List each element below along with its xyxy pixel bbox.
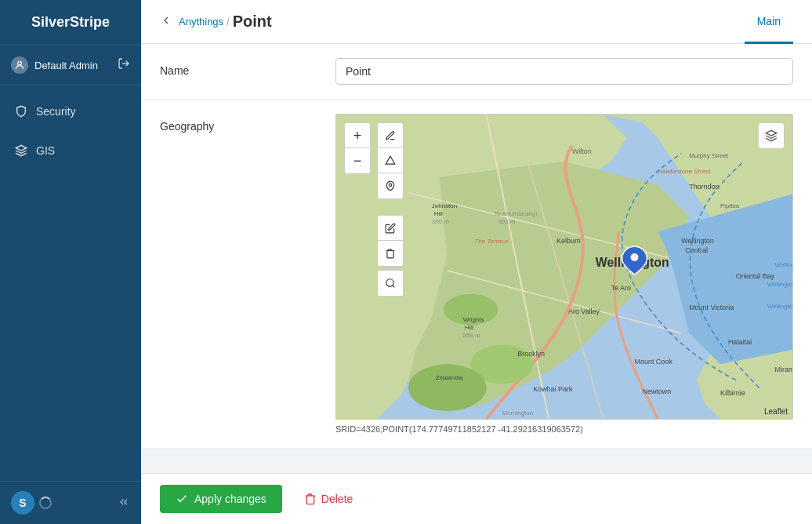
svg-text:Te Aro: Te Aro xyxy=(611,284,631,292)
edit-button[interactable] xyxy=(378,216,403,241)
map-background: Wilton Murphy Street Hawkestone Street T… xyxy=(336,115,792,419)
back-icon[interactable] xyxy=(160,14,172,30)
geography-field-row: Geography xyxy=(141,100,812,449)
name-input[interactable] xyxy=(335,58,793,85)
sidebar-bottom: S xyxy=(0,481,141,524)
name-field-wrapper xyxy=(335,58,793,85)
draw-marker-button[interactable] xyxy=(378,173,403,198)
logout-icon[interactable] xyxy=(118,57,130,73)
map-layers-button[interactable] xyxy=(758,122,785,149)
map-coordinates: SRID=4326;POINT(174.77749711852127 -41.2… xyxy=(335,424,793,434)
main-content: Anythings / Point Main Name Geography xyxy=(141,0,812,524)
svg-text:Wellington: Wellington xyxy=(681,237,714,245)
map-container[interactable]: Wilton Murphy Street Hawkestone Street T… xyxy=(335,114,793,420)
sidebar-item-gis-label: GIS xyxy=(36,144,55,157)
svg-marker-56 xyxy=(766,130,776,136)
svg-marker-2 xyxy=(16,145,26,151)
svg-text:Welli: Welli xyxy=(596,256,625,269)
svg-text:Kelburn: Kelburn xyxy=(556,237,581,245)
svg-text:Hill: Hill xyxy=(434,210,443,217)
svg-text:Mount Victoria: Mount Victoria xyxy=(689,304,734,311)
svg-text:Central: Central xyxy=(685,246,708,254)
svg-text:303 m: 303 m xyxy=(498,218,515,225)
svg-text:358 m: 358 m xyxy=(463,332,480,339)
svg-text:Brooklyn: Brooklyn xyxy=(517,350,545,358)
svg-text:Wellington - Picton (Interi...: Wellington - Picton (Interi... xyxy=(775,261,792,268)
svg-text:Oriental Bay: Oriental Bay xyxy=(736,272,775,280)
svg-text:Kowhai Park: Kowhai Park xyxy=(533,385,573,393)
leaflet-attribution[interactable]: Leaflet xyxy=(764,407,788,416)
apply-changes-button[interactable]: Apply changes xyxy=(160,485,282,513)
collapse-icon[interactable] xyxy=(118,496,130,511)
geography-field-wrapper: Wilton Murphy Street Hawkestone Street T… xyxy=(335,114,793,434)
svg-text:Pipitea: Pipitea xyxy=(720,202,740,209)
app-logo: SilverStripe xyxy=(0,0,141,45)
user-name: Default Admin xyxy=(34,60,98,71)
layers-icon xyxy=(14,144,28,158)
geography-label: Geography xyxy=(160,114,317,133)
map-search-control xyxy=(377,270,404,297)
zoom-out-button[interactable]: − xyxy=(345,148,370,173)
svg-text:Hawkestone Street: Hawkestone Street xyxy=(658,168,711,175)
svg-text:Johnston: Johnston xyxy=(432,202,457,209)
draw-polygon-button[interactable] xyxy=(378,148,403,173)
svg-point-54 xyxy=(386,279,393,286)
svg-text:Zealandia: Zealandia xyxy=(436,374,463,381)
zoom-in-button[interactable]: + xyxy=(345,123,370,148)
breadcrumb-separator: / xyxy=(227,16,230,27)
svg-text:Wellington Harbour Ferry: Wellington Harbour Ferry xyxy=(767,303,792,310)
ss-logo-button[interactable]: S xyxy=(11,491,34,515)
sidebar-item-security[interactable]: Security xyxy=(0,92,141,131)
sidebar-item-security-label: Security xyxy=(36,105,76,118)
svg-point-14 xyxy=(408,364,486,411)
page-footer: Apply changes Delete xyxy=(141,473,812,524)
svg-point-53 xyxy=(389,184,392,187)
loading-spinner xyxy=(39,497,52,509)
form-content: Name Geography xyxy=(141,44,812,449)
map-edit-controls xyxy=(377,215,404,267)
svg-text:Mornington: Mornington xyxy=(502,409,533,417)
delete-icon xyxy=(304,493,317,505)
breadcrumb: Anythings / Point xyxy=(160,13,272,31)
user-menu[interactable]: Default Admin xyxy=(0,45,141,86)
svg-line-55 xyxy=(393,286,395,288)
svg-text:360 m: 360 m xyxy=(432,218,449,225)
draw-line-button[interactable] xyxy=(378,123,403,148)
map-draw-controls xyxy=(377,122,404,199)
user-info: Default Admin xyxy=(11,56,98,74)
sidebar-nav: Security GIS xyxy=(0,86,141,481)
page-title: Point xyxy=(233,13,272,31)
form-area: Name Geography xyxy=(141,44,812,473)
svg-text:Kilbirnie: Kilbirnie xyxy=(720,389,745,397)
tab-main[interactable]: Main xyxy=(745,1,793,44)
name-label: Name xyxy=(160,58,317,77)
map-zoom-controls: + − xyxy=(344,122,371,174)
svg-point-0 xyxy=(18,61,22,65)
svg-text:Wellington - Picton (Blueridge: Wellington - Picton (Blueridge)... xyxy=(767,281,792,288)
svg-text:The Terrace: The Terrace xyxy=(475,238,509,245)
user-avatar xyxy=(11,56,28,74)
name-field-row: Name xyxy=(141,44,812,100)
map-search-button[interactable] xyxy=(378,271,403,296)
header-tabs: Main xyxy=(745,0,793,43)
delete-button[interactable]: Delete xyxy=(292,485,365,513)
svg-text:Miramar: Miramar xyxy=(775,366,792,373)
delete-shape-button[interactable] xyxy=(378,241,403,266)
svg-text:Newtown: Newtown xyxy=(642,388,671,395)
svg-text:Aro Valley: Aro Valley xyxy=(568,307,600,315)
svg-text:Thorndon: Thorndon xyxy=(689,183,719,191)
page-header: Anythings / Point Main xyxy=(141,0,812,44)
svg-text:Hataitai: Hataitai xyxy=(728,338,752,346)
svg-point-51 xyxy=(631,253,639,261)
svg-text:Murphy Street: Murphy Street xyxy=(689,152,729,159)
svg-text:Wilton: Wilton xyxy=(572,147,592,155)
breadcrumb-parent[interactable]: Anythings xyxy=(179,16,223,27)
svg-text:Te Ahumairangi: Te Ahumairangi xyxy=(494,210,537,217)
sidebar-item-gis[interactable]: GIS xyxy=(0,131,141,170)
sidebar: SilverStripe Default Admin xyxy=(0,0,141,524)
svg-text:Hill: Hill xyxy=(465,324,473,331)
svg-text:Wrights: Wrights xyxy=(463,316,484,323)
apply-icon xyxy=(176,493,188,505)
svg-marker-52 xyxy=(386,156,395,164)
svg-text:Mount Cook: Mount Cook xyxy=(635,358,673,366)
